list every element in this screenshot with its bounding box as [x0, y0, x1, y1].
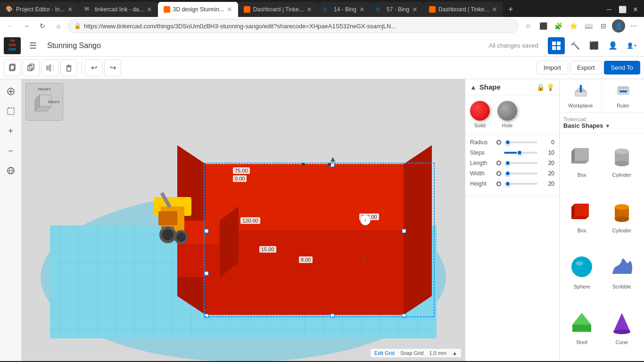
- edit-grid-button[interactable]: Edit Grid: [374, 350, 395, 356]
- tab-5-close[interactable]: ✕: [359, 6, 365, 13]
- height-slider-thumb[interactable]: [505, 181, 511, 187]
- width-slider-thumb[interactable]: [505, 171, 511, 176]
- tab-7-close[interactable]: ✕: [492, 6, 497, 13]
- shape-lock-button[interactable]: 🔒: [537, 83, 545, 91]
- tab-3[interactable]: 3D design Stunnin... ✕: [158, 2, 238, 17]
- shape-panel-collapse-button[interactable]: ▲: [470, 83, 477, 91]
- undo-button[interactable]: ↩: [85, 59, 102, 76]
- height-label: Height: [470, 181, 496, 187]
- shape-item-box-gray[interactable]: Box: [563, 137, 601, 190]
- category-dropdown-arrow[interactable]: ▼: [605, 123, 611, 129]
- browser-extensions-icon[interactable]: 🧩: [552, 19, 565, 33]
- hole-option[interactable]: Hole: [497, 101, 517, 128]
- length-slider-thumb[interactable]: [505, 160, 511, 166]
- tab-4[interactable]: Dashboard | Tinke... ✕: [238, 2, 318, 17]
- favorites-icon[interactable]: ⭐: [567, 19, 580, 33]
- shape-thumb-cylinder-gray: [607, 140, 637, 170]
- settings-icon[interactable]: ⋯: [627, 19, 640, 33]
- length-slider[interactable]: [505, 162, 537, 164]
- steps-value: 10: [541, 149, 554, 156]
- forward-button[interactable]: →: [20, 19, 33, 33]
- tab-2[interactable]: ✉ tinkercad link - da... ✕: [79, 2, 158, 17]
- radius-slider-thumb[interactable]: [505, 140, 511, 145]
- shapes-library-section: Tinkercad: [563, 116, 640, 122]
- zoom-in-button[interactable]: +: [2, 123, 19, 140]
- measurement-75: 75.00: [233, 167, 250, 174]
- left-panel: + −: [0, 79, 22, 361]
- copy-button[interactable]: [4, 59, 21, 76]
- shape-label-cylinder-orange: Cylinder: [612, 228, 631, 233]
- shape-info-button[interactable]: 💡: [546, 83, 554, 91]
- bookmark-icon[interactable]: ☆: [521, 19, 535, 33]
- reading-mode-icon[interactable]: 📖: [582, 19, 595, 33]
- mirror-button[interactable]: [41, 59, 58, 76]
- menu-button[interactable]: ☰: [25, 37, 41, 54]
- tab-3-close[interactable]: ✕: [227, 6, 232, 13]
- panel-collapse-arrow[interactable]: ›: [360, 215, 371, 225]
- export-button[interactable]: Export: [570, 61, 602, 74]
- collections-icon[interactable]: ⬛: [537, 19, 550, 33]
- ruler-icon: [616, 83, 631, 101]
- steps-slider[interactable]: [504, 152, 537, 154]
- back-button[interactable]: ←: [4, 19, 17, 33]
- fit-view-button[interactable]: [2, 83, 19, 100]
- snap-grid-arrow[interactable]: ▲: [452, 350, 457, 356]
- tab-add-button[interactable]: +: [503, 2, 518, 17]
- tab-1[interactable]: 🎨 Project Editor - In... ✕: [0, 2, 79, 17]
- shape-item-scribble[interactable]: Scribble: [603, 249, 641, 302]
- ruler-button[interactable]: Ruler: [602, 79, 644, 112]
- shape-thumb-box-gray: [567, 140, 597, 170]
- radius-slider[interactable]: [505, 141, 537, 143]
- zoom-out-button[interactable]: −: [2, 142, 19, 159]
- home-button[interactable]: ⌂: [52, 19, 65, 33]
- add-user-button[interactable]: 👤+: [623, 37, 640, 54]
- url-bar[interactable]: 🔒 https://www.tinkercad.com/things/3DSoU…: [68, 19, 519, 33]
- canvas-viewport[interactable]: ↻ ↻ ⊕ ⊕⊕ FRONT RIGHT: [22, 79, 465, 361]
- shape-item-cone[interactable]: Cone: [603, 304, 641, 357]
- tab-4-close[interactable]: ✕: [306, 6, 312, 13]
- delete-button[interactable]: [60, 59, 77, 76]
- tab-6-close[interactable]: ✕: [412, 6, 418, 13]
- sim-view-button[interactable]: ⬛: [586, 37, 603, 54]
- split-screen-icon[interactable]: ⊟: [597, 19, 610, 33]
- window-close[interactable]: ✕: [629, 3, 642, 16]
- width-slider[interactable]: [505, 173, 537, 174]
- window-maximize[interactable]: ⬜: [616, 3, 629, 16]
- solid-option[interactable]: Solid: [470, 101, 490, 128]
- measurement-15: 15.00: [259, 246, 276, 253]
- tab-2-close[interactable]: ✕: [147, 6, 152, 13]
- steps-slider-thumb[interactable]: [517, 150, 522, 156]
- tab-7[interactable]: Dashboard | Tinke... ✕: [423, 2, 503, 17]
- reload-button[interactable]: ↻: [36, 19, 49, 33]
- svg-text:KER: KER: [9, 43, 16, 47]
- tab-5[interactable]: b 14 - Bing ✕: [318, 2, 371, 17]
- shape-item-roof[interactable]: Roof: [563, 304, 601, 357]
- profile-button[interactable]: 👤: [612, 19, 625, 33]
- shape-item-cylinder-orange[interactable]: Cylinder: [603, 193, 641, 246]
- redo-button[interactable]: ↪: [104, 59, 121, 76]
- tab-2-favicon: ✉: [84, 6, 92, 13]
- window-minimize[interactable]: ─: [603, 3, 616, 16]
- 3d-view-button[interactable]: [548, 37, 565, 54]
- sendto-button[interactable]: Send To: [604, 61, 640, 74]
- shape-item-sphere-blue[interactable]: Sphere: [563, 249, 601, 302]
- app-title: Stunning Sango: [47, 41, 101, 50]
- tab-6[interactable]: b 57 - Bing ✕: [371, 2, 423, 17]
- select-button[interactable]: [2, 103, 19, 120]
- height-slider[interactable]: [505, 183, 537, 185]
- svg-rect-80: [330, 163, 334, 167]
- browser-chrome: 🎨 Project Editor - In... ✕ ✉ tinkercad l…: [0, 0, 644, 35]
- shape-item-box-red[interactable]: Box: [563, 193, 601, 246]
- import-button[interactable]: Import: [537, 61, 568, 74]
- code-view-button[interactable]: 🔨: [567, 37, 584, 54]
- view-cube-face[interactable]: FRONT RIGHT: [25, 83, 63, 121]
- length-value: 20: [541, 160, 554, 166]
- tab-1-close[interactable]: ✕: [67, 6, 73, 13]
- duplicate-button[interactable]: [23, 59, 40, 76]
- view-cube[interactable]: FRONT RIGHT: [25, 83, 63, 121]
- workplane-button[interactable]: Workplane: [560, 79, 602, 112]
- snap-grid-value: 1.0 mm: [429, 350, 446, 356]
- perspective-button[interactable]: [2, 162, 19, 179]
- shape-item-cylinder-gray[interactable]: Cylinder: [603, 137, 641, 190]
- user-profile-button[interactable]: 👤: [604, 37, 621, 54]
